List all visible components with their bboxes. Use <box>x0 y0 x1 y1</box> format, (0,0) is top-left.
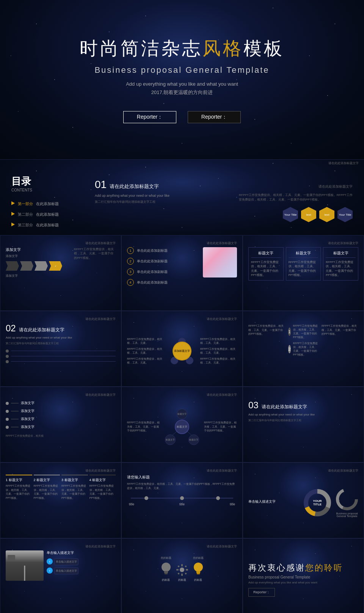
svg-rect-19 <box>177 572 180 575</box>
hex-1: Your Title <box>283 207 298 222</box>
toc-item-label-1: 第一部分 在此添加标题 <box>18 200 59 207</box>
mini-content-3-3: 标题文字 RFPPT工作室免费提供，相关模，工具、元素。一套属于你的PPT模板。… <box>248 247 358 303</box>
mini-content-4-2: RFPPT工作室免费提供，相关模，工具、元素。 RFPPT工作室免费提供，相关模… <box>127 323 237 379</box>
gear-icon <box>176 563 189 577</box>
proc-arrow-3 <box>35 261 48 271</box>
row-3: 请在此处添加标题文字 添加文字 添加文字 ✓ 添加文字 RFP <box>0 235 364 311</box>
numbered-list: 1 单击此处添加副标题 2 单击此处添加副标题 3 单击此处添加副标题 4 <box>127 247 199 286</box>
section-01-header: 01 请在此处添加标题文字 <box>95 179 231 191</box>
mini-content-7-3: 再次衷心感谢您的聆听 Business proposal General Tem… <box>248 550 358 606</box>
mini-content-7-2: 您的标题 的标题 <box>127 550 237 607</box>
bulb-icon-2 <box>193 561 204 577</box>
bulb-icon-1 <box>160 561 172 577</box>
mini-content-3-1: 添加文字 添加文字 ✓ 添加文字 RFPPT工作室免费提供，相关模，工具、元素。… <box>6 247 116 303</box>
right-body: RFPPT工作室免费提供。相关模，工具、元素。一套属于你的PPT模板。RFPPT… <box>239 193 353 202</box>
toc-item-2: 第二部分 在此添加标题 <box>11 210 87 217</box>
list-item-1: 1 单击此处添加副标题 <box>127 247 199 254</box>
toc-item-1: 第一部分 在此添加标题 <box>11 200 87 207</box>
num-badge-2: 2 <box>127 258 134 265</box>
row-5: 请在此处添加标题文字 添加文字 添加文字 添加文字 <box>0 387 364 462</box>
svg-rect-10 <box>164 571 168 573</box>
hex-item-4: Your Title <box>337 207 353 222</box>
svg-rect-20 <box>185 572 187 575</box>
num-badge-3: 3 <box>127 268 134 275</box>
svg-rect-15 <box>176 569 179 571</box>
svg-rect-16 <box>186 569 188 571</box>
road-photo <box>6 550 44 581</box>
hex-item-3: text <box>319 207 334 222</box>
mini-slide-5-3: x 03 请在此处添加标题文字 Add up anything what you… <box>243 387 364 462</box>
hero-title-cn: 时尚简洁杂志风格模板 <box>80 36 284 61</box>
bulb-2: 您的标题 的标题 <box>193 556 204 582</box>
hero-subtitle2: 2017,朝着更温暖的方向前进 <box>151 89 213 96</box>
three-cols: 标题文字 RFPPT工作室免费提供，相关模，工具、元素。一套属于你的PPT模板。… <box>248 247 358 281</box>
mini-content-5-2: RFPPT工作室免费提供，相关模，工具、元素。一套属于你的PPT模板。 标题文字… <box>127 399 237 455</box>
svg-point-21 <box>194 563 203 572</box>
mini-slide-3-1: 请在此处添加标题文字 添加文字 添加文字 ✓ 添加文字 RFP <box>0 235 121 311</box>
svg-point-12 <box>180 568 184 572</box>
mini-slide-6-1: 请在此处添加标题文字 1 标题文字 RFPPT工作室免费提供，相关模，工具、元素… <box>0 462 121 538</box>
mini-content-6-2: 请您输入标题 RFPPT工作室免费提供，相关模，工具、元素。一套属于你的PPT模… <box>127 475 237 531</box>
mini-content-5-1: 添加文字 添加文字 添加文字 添加文字 RFPPT工作室免费提供， <box>6 399 116 455</box>
hex-row: Your Title text text Your Title <box>239 207 353 222</box>
toc-item-label-3: 第三部分 在此添加标题 <box>18 221 59 228</box>
flower-image <box>203 247 237 277</box>
list-item-3: 3 单击此处添加副标题 <box>127 268 199 275</box>
toc-arrow-3 <box>11 223 15 226</box>
mini-content-4-3: RFPPT工作室免费提供，相关模，工具、元素。一套属于你的PPT模板。 1 RF… <box>248 322 358 378</box>
mini-content-5-3: 03 请在此处添加标题文字 Add up anything what your … <box>248 400 358 456</box>
row-4: 请在此处添加标题文字 02 请在此处添加标题文字 Add up anything… <box>0 311 364 387</box>
svg-rect-23 <box>197 573 200 574</box>
mini-slide-4-3: x RFPPT工作室免费提供，相关模，工具、元素。一套属于你的PPT模板。 1 … <box>243 311 364 387</box>
toc-arrow-2 <box>11 212 15 216</box>
proc-arrow-4: ✓ <box>49 261 62 271</box>
reporter-row: Reporter： Reporter： <box>123 111 241 123</box>
reporter-box-2[interactable]: Reporter： <box>188 111 241 123</box>
row-6: 请在此处添加标题文字 1 标题文字 RFPPT工作室免费提供，相关模，工具、元素… <box>0 462 364 538</box>
svg-rect-17 <box>177 565 180 568</box>
section-01-desc: 第二行汇报年份与年龄同比增添标题文字工程 <box>95 200 231 204</box>
hex-2: text <box>301 207 316 222</box>
mini-slide-7-3: x 再次衷心感谢您的聆听 Business proposal General T… <box>243 538 364 613</box>
svg-rect-18 <box>185 565 187 568</box>
svg-rect-11 <box>165 573 168 574</box>
mini-content-4-1: 02 请在此处添加标题文字 Add up anything what your … <box>6 323 116 379</box>
mini-slide-7-1: 请在此处添加标题文字 单击输入描述文字 t 单击输入描述文字 <box>0 538 121 613</box>
reporter-box-1[interactable]: Reporter： <box>123 111 176 123</box>
mini-slide-5-1: 请在此处添加标题文字 添加文字 添加文字 添加文字 <box>0 387 121 462</box>
section-01-en: Add up anything what your need or what y… <box>95 194 231 198</box>
mini-content-6-1: 1 标题文字 RFPPT工作室免费提供，相关模，工具、元素。一套属于你的PPT模… <box>6 475 116 531</box>
toc-title-row: 目录 CONTENTS <box>11 175 87 192</box>
last-reporter-box[interactable]: Reporter： <box>248 588 275 597</box>
row-7: 请在此处添加标题文字 单击输入描述文字 t 单击输入描述文字 <box>0 538 364 613</box>
hex-item-2: text <box>301 207 316 222</box>
mini-slide-4-1: 请在此处添加标题文字 02 请在此处添加标题文字 Add up anything… <box>0 311 121 387</box>
toc-left: 目录 CONTENTS 第一部分 在此添加标题 第二部分 在此添加标题 <box>11 175 87 235</box>
hex-item-1: Your Title <box>283 207 298 222</box>
col-card-1: 标题文字 RFPPT工作室免费提供，相关模，工具、元素。一套属于你的PPT模板。 <box>248 247 284 281</box>
mini-slide-6-2: 请在此处添加标题文字 请您输入标题 RFPPT工作室免费提供，相关模，工具、元素… <box>121 462 243 538</box>
svg-rect-14 <box>181 574 183 576</box>
toc-slide: 请在此处添加标题文字 目录 CONTENTS 第一部分 在此添加标题 第二部分 <box>0 159 364 235</box>
svg-rect-22 <box>196 571 200 573</box>
list-item-2: 2 单击此处添加副标题 <box>127 258 199 265</box>
toc-note: 请在此处添加标题文字 <box>0 160 364 165</box>
mini-slide-7-2: 请在此处添加标题文字 您的标题 的标题 <box>121 538 243 613</box>
mini-slide-3-3: 请在此处添加标题文字 标题文字 RFPPT工作室免费提供，相关模，工具、元素。一… <box>243 235 364 311</box>
proc-arrow-1 <box>6 261 19 271</box>
mini-slide-4-2: 请在此处添加标题文字 RFPPT工作室免费提供，相关模，工具、元素。 RFPPT… <box>121 311 243 387</box>
toc-content: 目录 CONTENTS 第一部分 在此添加标题 第二部分 在此添加标题 <box>0 167 364 235</box>
mini-slide-5-2: 请在此处添加标题文字 RFPPT工作室免费提供，相关模，工具、元素。一套属于你的… <box>121 387 243 462</box>
hero-content: 时尚简洁杂志风格模板 Business proposal General Tem… <box>0 0 364 159</box>
col-card-2: 标题文字 RFPPT工作室免费提供，相关模，工具、元素。一套属于你的PPT模板。 <box>286 247 321 281</box>
toc-middle: 01 请在此处添加标题文字 Add up anything what your … <box>95 175 231 235</box>
toc-arrow-1 <box>11 201 15 205</box>
gear-wrap: 的标题 <box>176 563 189 582</box>
num-badge-4: 4 <box>127 279 134 286</box>
list-item-4: 4 单击此处添加副标题 <box>127 279 199 286</box>
hex-4: Your Title <box>337 207 353 222</box>
hero-subtitle1: Add up everything what you like and what… <box>126 81 238 87</box>
chat-area: 单击输入描述文字 t 单击输入描述文字 t 单击输入描述文字 <box>47 550 116 574</box>
right-note: 请在此处添加标题文字 <box>239 184 353 189</box>
svg-point-9 <box>162 563 171 572</box>
